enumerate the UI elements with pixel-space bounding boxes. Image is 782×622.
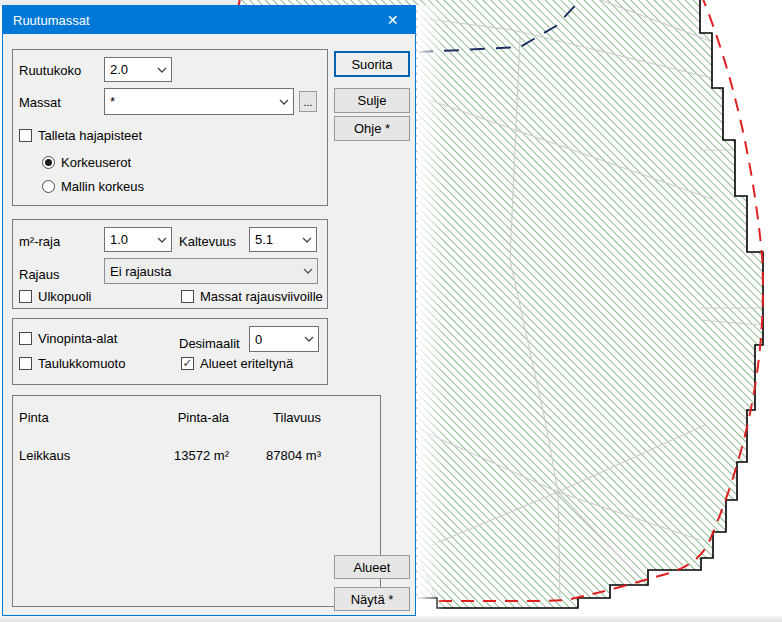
korkeuserot-label: Korkeuserot — [61, 155, 131, 170]
chevron-down-icon[interactable] — [299, 259, 317, 283]
chevron-down-icon[interactable] — [275, 89, 293, 114]
chevron-down-icon[interactable] — [153, 58, 171, 81]
group-results — [12, 395, 381, 607]
talleta-hajapisteet-label: Talleta hajapisteet — [38, 128, 142, 143]
m2-raja-value: 1.0 — [105, 232, 153, 247]
rajaus-dropdown[interactable]: Ei rajausta — [104, 258, 318, 284]
results-row-surface: Leikkaus — [19, 448, 70, 463]
close-icon: ✕ — [387, 12, 399, 28]
results-row-volume: 87804 m³ — [239, 448, 321, 463]
taulukkomuoto-checkbox[interactable]: ✓ — [19, 357, 32, 370]
app-screen: Ruutumassat ✕ Ruutukoko 2.0 Massat * ...… — [0, 0, 782, 622]
alueet-button[interactable]: Alueet — [334, 555, 410, 579]
m2-raja-label: m²-raja — [19, 234, 60, 249]
close-button[interactable]: ✕ — [370, 6, 415, 34]
kaltevuus-combobox[interactable]: 5.1 — [249, 227, 317, 252]
massat-browse-button[interactable]: ... — [299, 91, 317, 112]
massat-combobox[interactable]: * — [104, 88, 294, 115]
ohje-label: Ohje * — [354, 121, 390, 136]
massat-label: Massat — [19, 95, 61, 110]
check-icon: ✓ — [182, 356, 192, 370]
mallin-korkeus-label: Mallin korkeus — [61, 179, 144, 194]
dialog-titlebar[interactable]: Ruutumassat — [3, 6, 415, 34]
mallin-korkeus-radio[interactable] — [42, 180, 55, 193]
alueet-label: Alueet — [354, 560, 391, 575]
browse-dots-label: ... — [303, 96, 312, 108]
chevron-down-icon[interactable] — [153, 228, 171, 251]
nayta-label: Näytä * — [351, 592, 394, 607]
results-col-pinta-ala: Pinta-ala — [123, 410, 229, 425]
bottom-edge-strip — [0, 616, 782, 622]
chevron-down-icon[interactable] — [298, 228, 316, 251]
desimaalit-value: 0 — [250, 332, 300, 347]
vinopinta-alat-checkbox[interactable]: ✓ — [19, 332, 32, 345]
alueet-eriteltyna-label: Alueet eriteltynä — [200, 356, 293, 371]
ulkopuoli-checkbox[interactable]: ✓ — [19, 290, 32, 303]
massat-rajausviivoille-checkbox[interactable]: ✓ — [181, 290, 194, 303]
sulje-label: Sulje — [358, 93, 387, 108]
ruutumassat-dialog: Ruutumassat ✕ Ruutukoko 2.0 Massat * ...… — [2, 5, 416, 616]
rajaus-label: Rajaus — [19, 267, 59, 282]
ulkopuoli-label: Ulkopuoli — [38, 289, 91, 304]
kaltevuus-value: 5.1 — [250, 232, 298, 247]
sulje-button[interactable]: Sulje — [334, 88, 410, 113]
results-col-pinta: Pinta — [19, 410, 49, 425]
vinopinta-alat-label: Vinopinta-alat — [38, 331, 117, 346]
ohje-button[interactable]: Ohje * — [334, 116, 410, 141]
dialog-title: Ruutumassat — [3, 13, 90, 28]
suorita-label: Suorita — [351, 57, 392, 72]
m2-raja-combobox[interactable]: 1.0 — [104, 227, 172, 252]
chevron-down-icon[interactable] — [300, 327, 318, 351]
massat-value: * — [105, 94, 275, 109]
suorita-button[interactable]: Suorita — [334, 51, 410, 77]
desimaalit-label: Desimaalit — [179, 336, 240, 351]
kaltevuus-label: Kaltevuus — [179, 234, 236, 249]
ruutukoko-label: Ruutukoko — [19, 63, 81, 78]
nayta-button[interactable]: Näytä * — [334, 587, 410, 611]
alueet-eriteltyna-checkbox[interactable]: ✓ — [181, 357, 194, 370]
taulukkomuoto-label: Taulukkomuoto — [38, 356, 125, 371]
ruutukoko-value: 2.0 — [105, 62, 153, 77]
ruutukoko-combobox[interactable]: 2.0 — [104, 57, 172, 82]
desimaalit-combobox[interactable]: 0 — [249, 326, 319, 352]
results-col-tilavuus: Tilavuus — [239, 410, 321, 425]
talleta-hajapisteet-checkbox[interactable]: ✓ — [19, 129, 32, 142]
massat-rajausviivoille-label: Massat rajausviivoille — [200, 289, 323, 304]
rajaus-value: Ei rajausta — [105, 264, 299, 279]
korkeuserot-radio[interactable] — [42, 156, 55, 169]
results-row-area: 13572 m² — [123, 448, 229, 463]
